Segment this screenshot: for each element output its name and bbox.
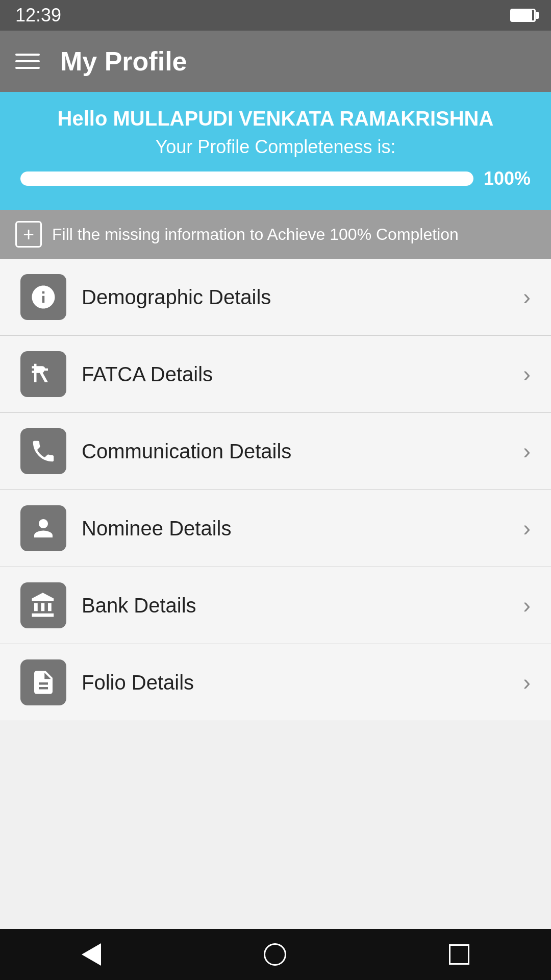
app-bar: My Profile bbox=[0, 31, 551, 92]
progress-bar-fill bbox=[20, 172, 473, 186]
progress-percent-label: 100% bbox=[484, 168, 531, 189]
document-icon bbox=[30, 669, 57, 696]
nominee-label: Nominee Details bbox=[82, 517, 523, 540]
info-banner: + Fill the missing information to Achiev… bbox=[0, 210, 551, 259]
fatca-icon-wrap bbox=[20, 351, 66, 397]
menu-item-folio[interactable]: Folio Details › bbox=[0, 644, 551, 721]
page-title: My Profile bbox=[60, 46, 187, 77]
folio-label: Folio Details bbox=[82, 671, 523, 694]
recent-icon bbox=[449, 944, 469, 965]
menu-item-communication[interactable]: Communication Details › bbox=[0, 413, 551, 490]
communication-label: Communication Details bbox=[82, 440, 523, 463]
nominee-chevron: › bbox=[523, 516, 531, 541]
profile-banner: Hello MULLAPUDI VENKATA RAMAKRISHNA Your… bbox=[0, 92, 551, 210]
menu-item-nominee[interactable]: Nominee Details › bbox=[0, 490, 551, 567]
nominee-icon-wrap bbox=[20, 505, 66, 551]
progress-bar-background bbox=[20, 172, 473, 186]
rupee-icon bbox=[30, 360, 57, 388]
menu-item-fatca[interactable]: FATCA Details › bbox=[0, 336, 551, 413]
status-bar: 12:39 bbox=[0, 0, 551, 31]
demographic-chevron: › bbox=[523, 284, 531, 310]
fatca-label: FATCA Details bbox=[82, 363, 523, 386]
person-icon bbox=[30, 514, 57, 542]
communication-chevron: › bbox=[523, 438, 531, 464]
bank-chevron: › bbox=[523, 593, 531, 618]
fatca-chevron: › bbox=[523, 361, 531, 387]
back-button[interactable] bbox=[82, 943, 101, 966]
menu-list: Demographic Details › FATCA Details › Co… bbox=[0, 259, 551, 721]
completeness-label: Your Profile Completeness is: bbox=[20, 136, 531, 158]
phone-icon bbox=[30, 437, 57, 465]
folio-icon-wrap bbox=[20, 659, 66, 705]
plus-icon: + bbox=[15, 221, 42, 248]
home-icon bbox=[264, 943, 286, 966]
bank-label: Bank Details bbox=[82, 594, 523, 617]
demographic-label: Demographic Details bbox=[82, 286, 523, 309]
home-button[interactable] bbox=[264, 943, 286, 966]
menu-item-demographic[interactable]: Demographic Details › bbox=[0, 259, 551, 336]
folio-chevron: › bbox=[523, 670, 531, 695]
back-icon bbox=[82, 943, 101, 966]
hamburger-menu-icon[interactable] bbox=[15, 54, 40, 69]
progress-container: 100% bbox=[20, 168, 531, 189]
info-icon bbox=[30, 283, 57, 311]
communication-icon-wrap bbox=[20, 428, 66, 474]
bank-icon bbox=[30, 592, 57, 619]
recent-button[interactable] bbox=[449, 944, 469, 965]
bottom-navigation bbox=[0, 929, 551, 980]
info-banner-text: Fill the missing information to Achieve … bbox=[52, 225, 459, 244]
demographic-icon-wrap bbox=[20, 274, 66, 320]
status-time: 12:39 bbox=[15, 5, 61, 26]
battery-icon bbox=[510, 9, 536, 22]
menu-item-bank[interactable]: Bank Details › bbox=[0, 567, 551, 644]
greeting-text: Hello MULLAPUDI VENKATA RAMAKRISHNA bbox=[20, 107, 531, 130]
bank-icon-wrap bbox=[20, 582, 66, 628]
